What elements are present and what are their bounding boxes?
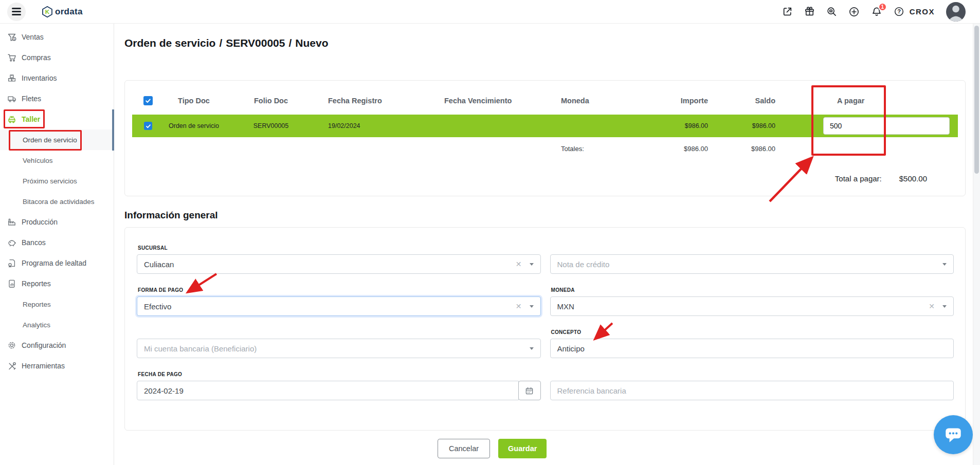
notification-badge: 1: [878, 3, 887, 11]
sidebar-item-herramientas[interactable]: Herramientas: [0, 356, 114, 376]
forma-pago-label: FORMA DE PAGO: [138, 287, 541, 293]
main-content: Orden de servicio/SERV00005/Nuevo Tipo D…: [114, 24, 980, 465]
sidebar-item-configuracion[interactable]: Configuración: [0, 335, 114, 356]
cell-importe: $986.00: [646, 122, 718, 129]
moneda-select[interactable]: MXN ✕: [550, 296, 954, 316]
save-button[interactable]: Guardar: [498, 439, 547, 458]
document-row[interactable]: Orden de servicio SERV00005 19/02/2024 $…: [132, 115, 958, 137]
chat-bubble-icon: [942, 424, 964, 445]
sidebar-item-proximo-servicios[interactable]: Próximo servicios: [0, 171, 114, 191]
concepto-input[interactable]: [550, 339, 954, 358]
sidebar-item-label: Configuración: [22, 341, 66, 349]
sidebar-item-label: Próximo servicios: [23, 177, 77, 185]
top-header: K ordata: [0, 0, 980, 24]
calendar-button[interactable]: [518, 381, 541, 400]
sidebar-item-programa-de-lealtad[interactable]: Programa de lealtad: [0, 253, 114, 273]
scrollbar-thumb[interactable]: [974, 26, 979, 174]
avatar[interactable]: [946, 2, 966, 22]
totals-row: Totales: $986.00 $986.00: [132, 137, 958, 160]
nota-credito-select[interactable]: Nota de crédito: [550, 254, 954, 274]
sidebar-item-label: Reportes: [22, 280, 51, 288]
sidebar-item-label: Orden de servicio: [23, 136, 77, 144]
cell-saldo: $986.00: [718, 122, 786, 129]
breadcrumb-part: Orden de servicio: [124, 37, 215, 49]
report-icon: [7, 279, 17, 288]
sidebar-item-label: Compras: [22, 53, 51, 62]
plus-circle-icon[interactable]: [848, 6, 860, 17]
col-header-a-pagar: A pagar: [786, 97, 958, 105]
help-icon[interactable]: ?: [894, 6, 904, 17]
breadcrumb-part: Nuevo: [295, 37, 328, 49]
sidebar-item-label: Bancos: [22, 238, 46, 247]
tools-icon: [7, 361, 17, 370]
cuenta-bancaria-select[interactable]: Mi cuenta bancaria (Beneficiario): [137, 339, 541, 358]
sidebar-item-bitacora-de-actividades[interactable]: Bitacora de actividades: [0, 191, 114, 212]
funnel-dollar-icon: $: [7, 32, 17, 42]
chevron-down-icon: [530, 263, 534, 266]
breadcrumb: Orden de servicio/SERV00005/Nuevo: [124, 37, 980, 49]
sidebar-item-label: Reportes: [23, 301, 51, 308]
select-all-checkbox[interactable]: [143, 96, 153, 105]
field-nota-credito: Nota de crédito: [550, 254, 954, 274]
documents-card: Tipo Doc Folio Doc Fecha Registro Fecha …: [124, 80, 966, 196]
scrollbar-track[interactable]: [973, 24, 980, 465]
referencia-bancaria-input[interactable]: [550, 381, 954, 400]
field-concepto: CONCEPTO: [550, 329, 954, 358]
clear-icon[interactable]: ✕: [516, 261, 522, 268]
sidebar-item-bancos[interactable]: Bancos: [0, 232, 114, 253]
sidebar-item-compras[interactable]: Compras: [0, 47, 114, 68]
svg-text:?: ?: [897, 8, 901, 14]
gift-icon[interactable]: [804, 6, 815, 17]
sidebar-item-inventarios[interactable]: Inventarios: [0, 68, 114, 88]
logo-hexagon-icon: K: [41, 6, 53, 18]
sidebar-item-reportes-sub[interactable]: Reportes: [0, 294, 114, 314]
cell-fecha-registro: 19/02/2024: [318, 122, 439, 129]
sidebar-item-ventas[interactable]: $ Ventas: [0, 27, 114, 47]
sidebar-item-fletes[interactable]: Fletes: [0, 88, 114, 109]
field-moneda: MONEDA MXN ✕: [550, 287, 954, 316]
col-header-fecha-registro: Fecha Registro: [318, 97, 439, 105]
sucursal-select[interactable]: Culiacan ✕: [137, 254, 541, 274]
row-checkbox[interactable]: [144, 122, 152, 130]
sidebar-item-label: Inventarios: [22, 74, 57, 82]
sucursal-label: SUCURSAL: [138, 245, 541, 251]
forma-pago-select[interactable]: Efectivo ✕: [137, 296, 541, 316]
moneda-label: MONEDA: [551, 287, 954, 293]
sidebar-item-produccion[interactable]: Producción: [0, 212, 114, 232]
fecha-pago-label: FECHA DE PAGO: [138, 371, 541, 377]
col-header-saldo: Saldo: [718, 97, 786, 105]
sidebar-item-label: Taller: [22, 115, 40, 123]
sidebar-item-taller[interactable]: Taller: [0, 109, 114, 129]
sidebar-item-orden-de-servicio[interactable]: Orden de servicio: [0, 129, 114, 150]
chevron-down-icon: [530, 305, 534, 308]
clear-icon[interactable]: ✕: [929, 303, 935, 310]
external-link-icon[interactable]: [782, 6, 793, 17]
sidebar-item-vehiculos[interactable]: Vehículos: [0, 150, 114, 171]
total-a-pagar-label: Total a pagar:: [835, 174, 882, 183]
col-header-importe: Importe: [646, 97, 718, 105]
calendar-icon: [525, 386, 534, 395]
cancel-button[interactable]: Cancelar: [438, 439, 490, 458]
fecha-pago-input[interactable]: 2024-02-19: [137, 381, 519, 400]
field-referencia-bancaria: [550, 381, 954, 400]
user-label[interactable]: CROX: [910, 7, 935, 16]
totals-saldo: $986.00: [718, 145, 786, 153]
sidebar-item-label: Herramientas: [22, 362, 65, 370]
clear-icon[interactable]: ✕: [516, 303, 522, 310]
sidebar-item-analytics[interactable]: Analytics: [0, 314, 114, 335]
gear-icon: [7, 341, 17, 350]
chat-launcher[interactable]: [934, 415, 973, 454]
notifications-button[interactable]: 1: [871, 6, 882, 17]
cell-folio-doc: SERV00005: [224, 122, 318, 129]
col-header-folio-doc: Folio Doc: [224, 97, 318, 105]
hamburger-menu-button[interactable]: [7, 3, 26, 21]
col-header-moneda: Moneda: [554, 97, 646, 105]
search-icon[interactable]: [826, 6, 837, 17]
breadcrumb-separator: /: [288, 37, 292, 49]
a-pagar-input[interactable]: [823, 117, 950, 135]
sidebar-item-reportes[interactable]: Reportes: [0, 273, 114, 294]
col-header-fecha-vencimiento: Fecha Vencimiento: [439, 97, 554, 105]
factory-icon: [7, 217, 17, 227]
car-icon: [7, 115, 17, 124]
field-fecha-pago: FECHA DE PAGO 2024-02-19: [137, 371, 541, 400]
